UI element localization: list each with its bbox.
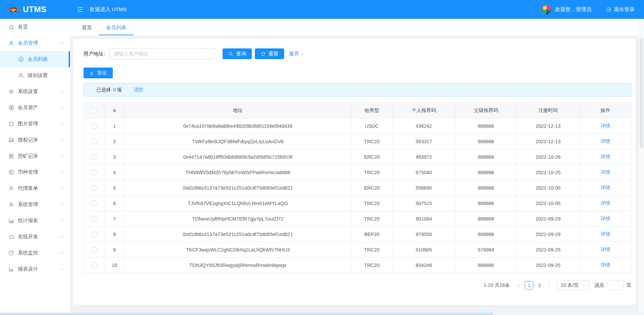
sidebar-item-home[interactable]: 首页	[0, 19, 70, 35]
reset-button[interactable]: 重置	[255, 48, 284, 59]
sidebar-item-system-settings[interactable]: 系统设置	[0, 83, 70, 100]
sidebar-item-member-list[interactable]: 会员列表	[0, 51, 70, 67]
address-cell: TDfwvxUyBfHpHCM7EfR7gjyYpL7ouiZf72	[125, 211, 351, 227]
detail-link[interactable]: 详情	[601, 123, 610, 128]
parent-code-cell: 888888	[455, 258, 517, 273]
detail-link[interactable]: 详情	[601, 139, 610, 144]
sidebar-item-level-settings[interactable]: 级别设置	[0, 67, 70, 83]
gear-icon	[8, 202, 14, 207]
expand-link[interactable]: 展开	[289, 51, 304, 57]
detail-link[interactable]: 详情	[601, 262, 610, 268]
index-cell: 7	[104, 211, 125, 227]
detail-link[interactable]: 详情	[601, 169, 610, 175]
sidebar-item-statistics-reports[interactable]: 统计报表	[0, 212, 70, 229]
registered-cell: 2022-09-25	[517, 258, 579, 273]
row-checkbox[interactable]	[91, 185, 97, 191]
avatar[interactable]	[542, 5, 551, 14]
personal-code-cell: 507515	[393, 196, 455, 211]
table-row: 2TWkFy8krBJQF3BNiFdtyqZjvLtyLoAnGVbTRC20…	[84, 134, 632, 149]
action-cell: 详情	[579, 180, 632, 196]
chevron-down-icon	[582, 283, 586, 287]
next-page-button[interactable]	[547, 283, 551, 287]
sidebar-item-member-management[interactable]: 会员管理	[0, 35, 70, 51]
chevron-down-icon	[60, 203, 64, 206]
app-logo-icon	[7, 6, 20, 13]
parent-code-cell: 888888	[455, 165, 517, 180]
address-cell: THN9WV5dMZh76y56TmWSPPa6RsHsUa8888	[125, 165, 351, 180]
detail-link[interactable]: 详情	[601, 185, 610, 190]
sidebar-item-system-management[interactable]: 系统管理	[0, 196, 70, 212]
row-checkbox[interactable]	[91, 247, 97, 252]
image-icon	[8, 137, 14, 143]
sidebar-item-system-monitoring[interactable]: 系统监控	[0, 245, 70, 261]
dollar-circle-icon	[8, 105, 14, 111]
detail-link[interactable]: 详情	[601, 247, 610, 252]
parent-code-cell: 888888	[455, 118, 517, 134]
chevron-up-icon	[60, 41, 64, 45]
registered-cell: 2022-09-29	[517, 211, 579, 227]
row-checkbox[interactable]	[91, 154, 97, 160]
sidebar-item-label: 图片管理	[18, 121, 60, 127]
row-checkbox[interactable]	[91, 263, 97, 268]
prev-page-button[interactable]	[517, 283, 521, 287]
pagination-total: 1-10 共16条	[483, 282, 510, 288]
address-field-label: 用户地址:	[83, 51, 105, 57]
sidebar-item-authorization-records[interactable]: 授权记录	[0, 132, 70, 148]
clear-selection-link[interactable]: 清空	[134, 87, 143, 93]
sidebar-item-label: 系统设置	[18, 88, 60, 95]
sidebar-item-currency-management[interactable]: 币种管理	[0, 164, 70, 180]
selection-count: 0	[113, 87, 116, 92]
page-button-1[interactable]: 1	[525, 281, 533, 289]
column-header: 操作	[579, 103, 632, 118]
row-checkbox[interactable]	[91, 123, 97, 129]
row-checkbox[interactable]	[91, 216, 97, 222]
row-checkbox[interactable]	[91, 201, 97, 206]
personal-code-cell: 675040	[393, 165, 455, 180]
registered-cell: 2022-09-29	[517, 227, 579, 242]
logo-area: UTMS	[0, 5, 70, 14]
chevron-down-icon	[60, 235, 64, 239]
tab-member-list[interactable]: 会员列表	[99, 21, 133, 34]
search-icon	[228, 51, 233, 56]
sidebar-item-report-design[interactable]: 报表设计	[0, 261, 70, 277]
sidebar-collapse-icon[interactable]	[77, 6, 83, 13]
detail-link[interactable]: 详情	[601, 216, 610, 221]
content-card: 用户地址: 查询 重置 展开	[73, 39, 635, 305]
sidebar-item-member-assets[interactable]: 会员资产	[0, 100, 70, 116]
jump-page-input[interactable]	[608, 280, 623, 290]
checkbox-cell	[84, 165, 104, 180]
page-size-select[interactable]: 10 条/页	[557, 280, 589, 290]
page-button-2[interactable]: 2	[535, 281, 544, 289]
index-cell: 9	[104, 242, 125, 258]
address-input[interactable]	[109, 48, 215, 60]
sidebar-item-label: 币种管理	[18, 169, 60, 175]
row-checkbox[interactable]	[91, 139, 97, 144]
registered-cell: 2022-10-05	[517, 196, 579, 211]
chevron-down-icon	[60, 138, 64, 142]
sidebar-item-label: 会员资产	[18, 105, 60, 111]
sidebar-item-label: 系统监控	[18, 250, 60, 256]
sidebar-item-mining-records[interactable]: 挖矿记录	[0, 148, 70, 164]
search-button[interactable]: 查询	[223, 48, 252, 59]
detail-link[interactable]: 详情	[601, 154, 610, 159]
agent-icon	[8, 186, 14, 191]
sidebar-item-label: 在线开发	[18, 234, 60, 240]
sidebar-item-agent-menu[interactable]: 代理菜单	[0, 180, 70, 196]
select-all-checkbox[interactable]	[91, 108, 97, 113]
export-button[interactable]: 导出	[83, 68, 113, 78]
detail-link[interactable]: 详情	[601, 231, 610, 237]
row-checkbox[interactable]	[91, 170, 97, 175]
vertical-scrollbar[interactable]	[639, 19, 644, 313]
sidebar-item-label: 授权记录	[18, 137, 60, 143]
sidebar-item-label: 会员管理	[18, 40, 60, 46]
sidebar-item-online-development[interactable]: 在线开发	[0, 229, 70, 245]
detail-link[interactable]: 详情	[601, 200, 610, 206]
sidebar-item-image-management[interactable]: 图片管理	[0, 116, 70, 132]
checkbox-cell	[84, 211, 104, 227]
tab-home[interactable]: 首页	[75, 21, 99, 34]
row-checkbox[interactable]	[91, 232, 97, 237]
address-cell: 0xd1d96c4137a73e521c251a0c4f75d085ef1ed8…	[125, 180, 351, 196]
logout-button[interactable]: 退出登录	[606, 6, 635, 13]
horizontal-scrollbar[interactable]	[0, 313, 644, 315]
pagination: 1-10 共16条 12 10 条/页 跳至 页	[83, 280, 631, 290]
